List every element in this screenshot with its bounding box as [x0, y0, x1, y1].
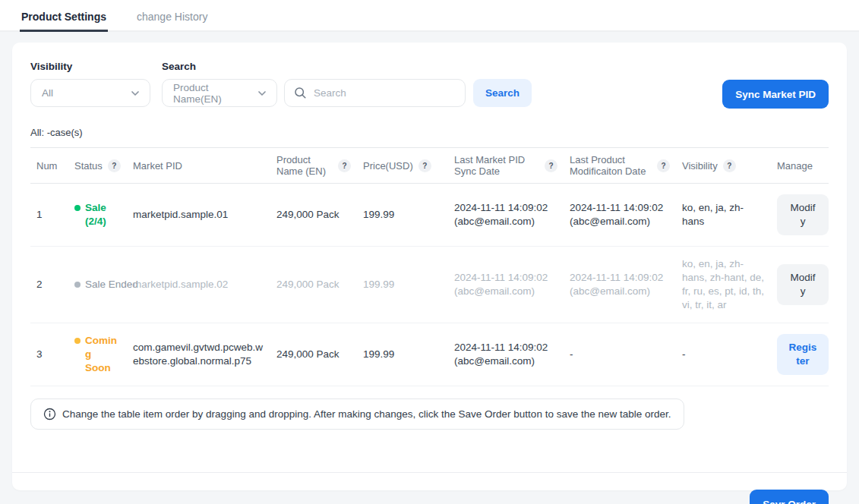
product-settings-panel: Visibility All Search Product Name(EN) S…: [12, 43, 847, 490]
search-label: Search: [162, 61, 532, 72]
search-type-select[interactable]: Product Name(EN): [162, 79, 277, 107]
sync-date-cell: 2024-11-11 14:09:02 (abc@email.com): [454, 184, 570, 247]
search-input-wrapper: [284, 79, 466, 107]
visibility-select-value: All: [42, 87, 53, 99]
status-dot-icon: [74, 205, 81, 211]
modification-date-cell: -: [570, 323, 682, 386]
help-icon[interactable]: ?: [545, 159, 557, 172]
case-count-summary: All: -case(s): [30, 127, 829, 138]
col-price: Price(USD): [363, 160, 413, 172]
price-cell: 199.99: [363, 247, 454, 323]
product-table: Num Status? Market PID Product Name (EN)…: [30, 147, 829, 386]
col-sync-date: Last Market PID Sync Date: [454, 154, 539, 177]
row-num: 1: [30, 184, 74, 247]
product-name-cell: 249,000 Pack: [276, 184, 363, 247]
visibility-cell: -: [682, 323, 777, 386]
status-badge: Sale (2/4): [74, 201, 121, 228]
col-modification-date: Last Product Modificaiton Date: [570, 154, 652, 177]
save-order-button[interactable]: Savr Order: [750, 490, 829, 504]
tab-bar: Product Settings change History: [0, 0, 859, 32]
filter-bar: Visibility All Search Product Name(EN) S…: [30, 61, 829, 109]
sync-market-pid-button[interactable]: Sync Market PID: [722, 80, 829, 109]
search-icon: [294, 87, 307, 99]
search-input[interactable]: [314, 87, 456, 99]
col-visibility: Visibility: [682, 160, 718, 172]
help-icon[interactable]: ?: [418, 159, 431, 172]
help-icon[interactable]: ?: [338, 159, 351, 172]
col-market-pid: Market PID: [133, 160, 182, 172]
modification-date-cell: 2024-11-11 14:09:02 (abc@email.com): [570, 184, 682, 247]
col-manage: Manage: [777, 160, 813, 172]
row-num: 3: [30, 323, 74, 386]
col-status: Status: [74, 160, 103, 172]
visibility-cell: ko, en, ja, zh-hans, zh-hant, de, fr, ru…: [682, 247, 777, 323]
price-cell: 199.99: [363, 184, 454, 247]
table-header-row: Num Status? Market PID Product Name (EN)…: [30, 148, 829, 184]
sync-date-cell: 2024-11-11 14:09:02 (abc@email.com): [454, 323, 570, 386]
sync-date-cell: 2024-11-11 14:09:02 (abc@email.com): [454, 247, 570, 323]
market-pid-cell: marketpid.sample.02: [133, 247, 276, 323]
tab-product-settings[interactable]: Product Settings: [20, 3, 108, 32]
table-row[interactable]: 2 Sale Ended marketpid.sample.02 249,000…: [30, 247, 829, 323]
modify-button[interactable]: Modify: [777, 264, 829, 305]
product-name-cell: 249,000 Pack: [276, 247, 363, 323]
help-icon[interactable]: ?: [723, 159, 736, 172]
help-icon[interactable]: ?: [108, 159, 121, 172]
drag-drop-notice: Change the table item order by dragging …: [30, 398, 684, 430]
status-badge: Coming Soon: [74, 334, 121, 375]
visibility-filter-group: Visibility All: [30, 61, 162, 107]
notice-text: Change the table item order by dragging …: [62, 408, 671, 420]
table-row[interactable]: 1 Sale (2/4) marketpid.sample.01 249,000…: [30, 184, 829, 247]
chevron-down-icon: [257, 88, 267, 99]
modify-button[interactable]: Modify: [777, 194, 829, 235]
visibility-select[interactable]: All: [30, 79, 150, 107]
col-num: Num: [36, 160, 57, 172]
market-pid-cell: com.gamevil.gvtwd.pcweb.webstore.global.…: [133, 323, 276, 386]
search-button[interactable]: Search: [473, 79, 532, 107]
status-dot-icon: [74, 338, 81, 344]
footer: Savr Order: [30, 473, 829, 504]
chevron-down-icon: [130, 88, 141, 99]
table-row[interactable]: 3 Coming Soon com.gamevil.gvtwd.pcweb.we…: [30, 323, 829, 386]
row-num: 2: [30, 247, 74, 323]
col-product-name: Product Name (EN): [276, 154, 333, 177]
status-badge: Sale Ended: [74, 278, 121, 291]
market-pid-cell: marketpid.sample.01: [133, 184, 276, 247]
product-name-cell: 249,000 Pack: [276, 323, 363, 386]
status-dot-icon: [74, 282, 81, 288]
visibility-label: Visibility: [30, 61, 162, 72]
info-icon: [43, 408, 56, 421]
search-type-select-value: Product Name(EN): [173, 82, 251, 105]
help-icon[interactable]: ?: [657, 159, 670, 172]
modification-date-cell: 2024-11-11 14:09:02 (abc@email.com): [570, 247, 682, 323]
search-filter-group: Search Product Name(EN) Search: [162, 61, 532, 107]
tab-change-history[interactable]: change History: [135, 3, 209, 32]
price-cell: 199.99: [363, 323, 454, 386]
visibility-cell: ko, en, ja, zh-hans: [682, 184, 777, 247]
register-button[interactable]: Register: [777, 334, 829, 375]
